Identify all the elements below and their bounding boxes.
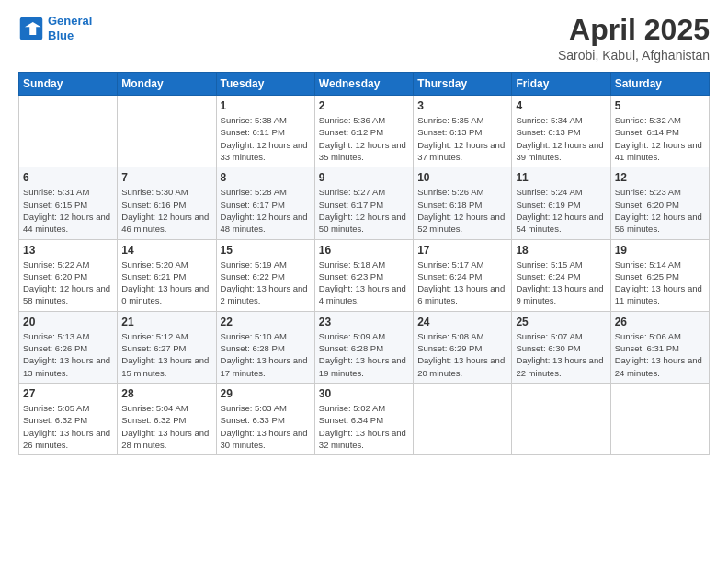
day-number: 27: [23, 387, 113, 400]
day-number: 1: [221, 99, 311, 112]
day-info: Sunrise: 5:07 AMSunset: 6:30 PMDaylight:…: [516, 330, 606, 379]
day-info: Sunrise: 5:10 AMSunset: 6:28 PMDaylight:…: [221, 330, 311, 379]
day-info: Sunrise: 5:04 AMSunset: 6:32 PMDaylight:…: [121, 402, 211, 451]
calendar-cell: [414, 383, 512, 454]
month-title: April 2025: [558, 14, 710, 46]
calendar-cell: 25Sunrise: 5:07 AMSunset: 6:30 PMDayligh…: [512, 311, 610, 383]
calendar-cell: [512, 383, 610, 454]
calendar-cell: 4Sunrise: 5:34 AMSunset: 6:13 PMDaylight…: [512, 96, 610, 167]
calendar-cell: 12Sunrise: 5:23 AMSunset: 6:20 PMDayligh…: [610, 167, 709, 239]
day-number: 11: [516, 171, 606, 184]
calendar-cell: 3Sunrise: 5:35 AMSunset: 6:13 PMDaylight…: [414, 96, 512, 167]
day-info: Sunrise: 5:23 AMSunset: 6:20 PMDaylight:…: [615, 186, 705, 235]
calendar-week-row: 27Sunrise: 5:05 AMSunset: 6:32 PMDayligh…: [19, 383, 710, 454]
day-number: 8: [221, 171, 311, 184]
weekday-header-row: SundayMondayTuesdayWednesdayThursdayFrid…: [19, 73, 710, 96]
day-number: 3: [417, 99, 507, 112]
calendar-cell: 26Sunrise: 5:06 AMSunset: 6:31 PMDayligh…: [610, 311, 709, 383]
calendar-cell: 17Sunrise: 5:17 AMSunset: 6:24 PMDayligh…: [414, 239, 512, 311]
day-info: Sunrise: 5:17 AMSunset: 6:24 PMDaylight:…: [417, 259, 507, 307]
calendar-cell: [118, 96, 216, 167]
calendar-cell: 1Sunrise: 5:38 AMSunset: 6:11 PMDaylight…: [216, 96, 314, 167]
calendar: SundayMondayTuesdayWednesdayThursdayFrid…: [18, 72, 710, 455]
calendar-cell: 9Sunrise: 5:27 AMSunset: 6:17 PMDaylight…: [314, 167, 413, 239]
day-number: 18: [516, 244, 606, 257]
day-number: 29: [221, 387, 311, 400]
calendar-week-row: 6Sunrise: 5:31 AMSunset: 6:15 PMDaylight…: [19, 167, 710, 239]
calendar-cell: 22Sunrise: 5:10 AMSunset: 6:28 PMDayligh…: [216, 311, 314, 383]
day-info: Sunrise: 5:27 AMSunset: 6:17 PMDaylight:…: [319, 186, 409, 235]
header: General Blue April 2025 Sarobi, Kabul, A…: [18, 14, 710, 63]
day-info: Sunrise: 5:30 AMSunset: 6:16 PMDaylight:…: [121, 186, 211, 235]
day-number: 25: [516, 316, 606, 328]
weekday-header: Thursday: [414, 73, 512, 96]
calendar-week-row: 13Sunrise: 5:22 AMSunset: 6:20 PMDayligh…: [19, 239, 710, 311]
day-number: 15: [221, 244, 311, 257]
day-info: Sunrise: 5:26 AMSunset: 6:18 PMDaylight:…: [417, 186, 507, 235]
day-info: Sunrise: 5:24 AMSunset: 6:19 PMDaylight:…: [516, 186, 606, 235]
day-info: Sunrise: 5:12 AMSunset: 6:27 PMDaylight:…: [121, 330, 211, 379]
calendar-cell: 13Sunrise: 5:22 AMSunset: 6:20 PMDayligh…: [19, 239, 118, 311]
day-number: 23: [319, 316, 409, 328]
calendar-week-row: 20Sunrise: 5:13 AMSunset: 6:26 PMDayligh…: [19, 311, 710, 383]
calendar-week-row: 1Sunrise: 5:38 AMSunset: 6:11 PMDaylight…: [19, 96, 710, 167]
calendar-cell: 24Sunrise: 5:08 AMSunset: 6:29 PMDayligh…: [414, 311, 512, 383]
day-number: 30: [319, 387, 409, 400]
calendar-cell: 11Sunrise: 5:24 AMSunset: 6:19 PMDayligh…: [512, 167, 610, 239]
logo-line1: General: [48, 14, 92, 28]
day-info: Sunrise: 5:34 AMSunset: 6:13 PMDaylight:…: [516, 114, 606, 163]
day-number: 4: [516, 99, 606, 112]
calendar-cell: 16Sunrise: 5:18 AMSunset: 6:23 PMDayligh…: [314, 239, 413, 311]
day-info: Sunrise: 5:28 AMSunset: 6:17 PMDaylight:…: [221, 186, 311, 235]
page: General Blue April 2025 Sarobi, Kabul, A…: [0, 0, 728, 563]
day-info: Sunrise: 5:36 AMSunset: 6:12 PMDaylight:…: [319, 114, 409, 163]
day-number: 2: [319, 99, 409, 112]
day-number: 17: [417, 244, 507, 257]
day-number: 19: [615, 244, 705, 257]
calendar-cell: 6Sunrise: 5:31 AMSunset: 6:15 PMDaylight…: [19, 167, 118, 239]
day-number: 24: [417, 316, 507, 328]
day-info: Sunrise: 5:06 AMSunset: 6:31 PMDaylight:…: [615, 330, 705, 379]
day-number: 7: [121, 171, 211, 184]
calendar-cell: 29Sunrise: 5:03 AMSunset: 6:33 PMDayligh…: [216, 383, 314, 454]
day-number: 6: [23, 171, 113, 184]
day-info: Sunrise: 5:09 AMSunset: 6:28 PMDaylight:…: [319, 330, 409, 379]
calendar-cell: 10Sunrise: 5:26 AMSunset: 6:18 PMDayligh…: [414, 167, 512, 239]
calendar-cell: 19Sunrise: 5:14 AMSunset: 6:25 PMDayligh…: [610, 239, 709, 311]
day-info: Sunrise: 5:31 AMSunset: 6:15 PMDaylight:…: [23, 186, 113, 235]
location: Sarobi, Kabul, Afghanistan: [558, 48, 710, 63]
day-number: 28: [121, 387, 211, 400]
day-info: Sunrise: 5:03 AMSunset: 6:33 PMDaylight:…: [221, 402, 311, 451]
calendar-cell: 2Sunrise: 5:36 AMSunset: 6:12 PMDaylight…: [314, 96, 413, 167]
day-info: Sunrise: 5:20 AMSunset: 6:21 PMDaylight:…: [121, 259, 211, 307]
day-number: 9: [319, 171, 409, 184]
day-number: 21: [121, 316, 211, 328]
calendar-cell: [19, 96, 118, 167]
day-info: Sunrise: 5:13 AMSunset: 6:26 PMDaylight:…: [23, 330, 113, 379]
day-info: Sunrise: 5:35 AMSunset: 6:13 PMDaylight:…: [417, 114, 507, 163]
weekday-header: Tuesday: [216, 73, 314, 96]
day-info: Sunrise: 5:02 AMSunset: 6:34 PMDaylight:…: [319, 402, 409, 451]
calendar-cell: 18Sunrise: 5:15 AMSunset: 6:24 PMDayligh…: [512, 239, 610, 311]
day-number: 5: [615, 99, 705, 112]
day-info: Sunrise: 5:08 AMSunset: 6:29 PMDaylight:…: [417, 330, 507, 379]
calendar-cell: 15Sunrise: 5:19 AMSunset: 6:22 PMDayligh…: [216, 239, 314, 311]
weekday-header: Wednesday: [314, 73, 413, 96]
calendar-cell: 5Sunrise: 5:32 AMSunset: 6:14 PMDaylight…: [610, 96, 709, 167]
day-info: Sunrise: 5:18 AMSunset: 6:23 PMDaylight:…: [319, 259, 409, 307]
day-number: 26: [615, 316, 705, 328]
day-number: 14: [121, 244, 211, 257]
weekday-header: Saturday: [610, 73, 709, 96]
day-info: Sunrise: 5:19 AMSunset: 6:22 PMDaylight:…: [221, 259, 311, 307]
day-info: Sunrise: 5:38 AMSunset: 6:11 PMDaylight:…: [221, 114, 311, 163]
day-info: Sunrise: 5:14 AMSunset: 6:25 PMDaylight:…: [615, 259, 705, 307]
day-number: 16: [319, 244, 409, 257]
logo-line2: Blue: [48, 29, 74, 42]
calendar-cell: 8Sunrise: 5:28 AMSunset: 6:17 PMDaylight…: [216, 167, 314, 239]
day-number: 12: [615, 171, 705, 184]
day-info: Sunrise: 5:05 AMSunset: 6:32 PMDaylight:…: [23, 402, 113, 451]
calendar-cell: 20Sunrise: 5:13 AMSunset: 6:26 PMDayligh…: [19, 311, 118, 383]
calendar-cell: 23Sunrise: 5:09 AMSunset: 6:28 PMDayligh…: [314, 311, 413, 383]
day-number: 22: [221, 316, 311, 328]
calendar-cell: 27Sunrise: 5:05 AMSunset: 6:32 PMDayligh…: [19, 383, 118, 454]
